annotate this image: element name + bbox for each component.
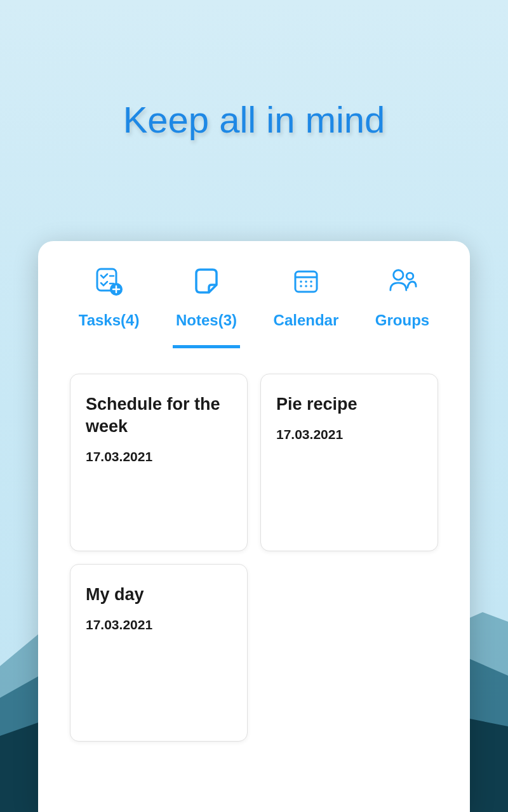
note-title: Schedule for the week — [86, 393, 232, 438]
tab-tasks[interactable]: Tasks(4) — [79, 266, 140, 342]
tabs-container: Tasks(4) Notes(3) — [60, 266, 448, 342]
svg-point-11 — [300, 285, 302, 287]
note-card[interactable]: Schedule for the week 17.03.2021 — [70, 374, 248, 551]
notes-icon — [192, 266, 221, 296]
note-title: My day — [86, 584, 232, 606]
tab-label: Calendar — [274, 311, 339, 329]
tab-notes[interactable]: Notes(3) — [176, 266, 237, 342]
svg-point-10 — [310, 280, 312, 283]
svg-point-13 — [310, 285, 312, 287]
app-panel: Tasks(4) Notes(3) — [38, 241, 470, 812]
tab-groups[interactable]: Groups — [375, 266, 429, 342]
note-card[interactable]: My day 17.03.2021 — [70, 564, 248, 742]
note-card[interactable]: Pie recipe 17.03.2021 — [260, 374, 438, 551]
note-title: Pie recipe — [276, 393, 422, 416]
groups-icon — [388, 266, 417, 296]
tab-calendar[interactable]: Calendar — [274, 266, 339, 342]
svg-point-12 — [305, 285, 307, 287]
notes-grid: Schedule for the week 17.03.2021 Pie rec… — [60, 374, 448, 742]
note-date: 17.03.2021 — [86, 449, 232, 464]
tab-label: Tasks(4) — [79, 311, 140, 329]
calendar-icon — [291, 266, 321, 296]
tab-label: Notes(3) — [176, 311, 237, 329]
svg-point-15 — [406, 273, 413, 280]
note-date: 17.03.2021 — [86, 617, 232, 632]
page-headline: Keep all in mind — [0, 98, 508, 141]
svg-point-9 — [305, 280, 307, 283]
tab-label: Groups — [375, 311, 429, 329]
note-date: 17.03.2021 — [276, 427, 422, 442]
svg-point-14 — [393, 270, 403, 280]
tasks-icon — [95, 266, 124, 296]
svg-point-8 — [300, 280, 302, 283]
